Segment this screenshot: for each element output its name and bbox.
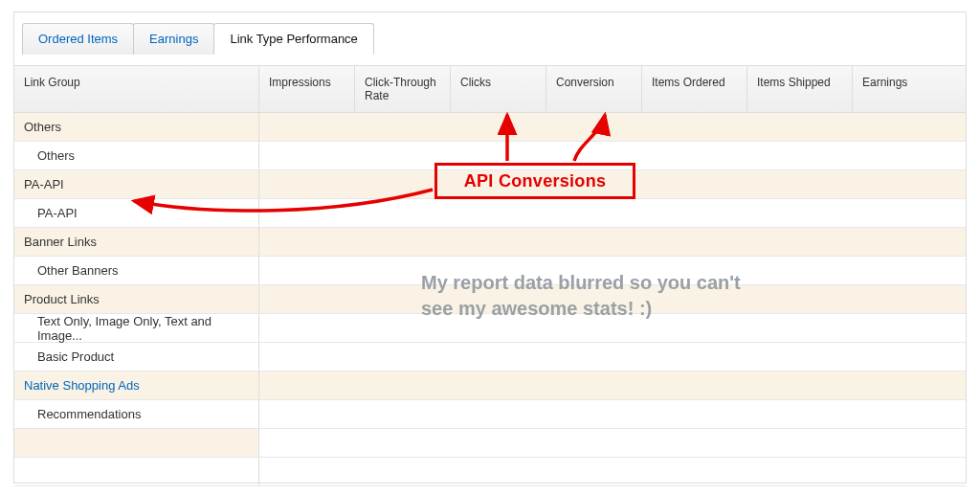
link-group-cell: Others (14, 113, 259, 141)
table-row[interactable] (14, 429, 966, 458)
table-header-row: Link Group Impressions Click-Through Rat… (14, 65, 966, 113)
link-group-cell: PA-API (14, 170, 259, 198)
col-items-ordered[interactable]: Items Ordered (642, 66, 747, 112)
table-row[interactable]: Native Shopping Ads (14, 371, 966, 400)
col-impressions[interactable]: Impressions (259, 66, 355, 112)
data-cells-blurred (259, 228, 966, 256)
data-cells-blurred (259, 113, 966, 141)
link-group-cell: PA-API (14, 199, 259, 227)
link-group-cell (14, 458, 259, 485)
table-row[interactable]: Others (14, 113, 966, 142)
col-earnings[interactable]: Earnings (853, 66, 948, 112)
annotation-api-conversions-label: API Conversions (464, 171, 607, 191)
link-group-cell (14, 429, 259, 457)
report-panel: Ordered Items Earnings Link Type Perform… (13, 11, 967, 484)
link-group-cell: Basic Product (14, 343, 259, 371)
link-group-cell: Others (14, 142, 259, 169)
link-group-cell: Product Links (14, 285, 259, 313)
table-row[interactable]: Basic Product (14, 343, 966, 371)
tab-earnings[interactable]: Earnings (133, 23, 214, 55)
col-items-shipped[interactable]: Items Shipped (747, 66, 853, 112)
link-group-cell: Recommendations (14, 400, 259, 428)
report-tabs: Ordered Items Earnings Link Type Perform… (14, 12, 966, 54)
annotation-api-conversions-box: API Conversions (434, 163, 635, 199)
col-clicks[interactable]: Clicks (451, 66, 546, 112)
table-row[interactable]: Recommendations (14, 400, 966, 429)
link-group-cell: Native Shopping Ads (14, 371, 259, 399)
tab-ordered-items[interactable]: Ordered Items (22, 23, 134, 55)
link-group-cell: Other Banners (14, 257, 259, 284)
data-cells-blurred (259, 199, 966, 227)
link-group-cell: Banner Links (14, 228, 259, 256)
table-row[interactable]: PA-API (14, 199, 966, 228)
table-row[interactable]: Banner Links (14, 228, 966, 257)
table-row[interactable] (14, 458, 966, 486)
tab-link-type-performance[interactable]: Link Type Performance (213, 23, 373, 55)
col-conversion[interactable]: Conversion (546, 66, 642, 112)
annotation-blurb: My report data blurred so you can't see … (421, 270, 766, 322)
col-link-group[interactable]: Link Group (14, 66, 259, 112)
col-ctr[interactable]: Click-Through Rate (355, 66, 451, 112)
data-cells-blurred (259, 371, 966, 399)
data-cells-blurred (259, 400, 966, 428)
data-cells-blurred (259, 429, 966, 457)
link-group-cell: Text Only, Image Only, Text and Image... (14, 314, 259, 342)
data-cells-blurred (259, 343, 966, 371)
data-cells-blurred (259, 458, 966, 485)
